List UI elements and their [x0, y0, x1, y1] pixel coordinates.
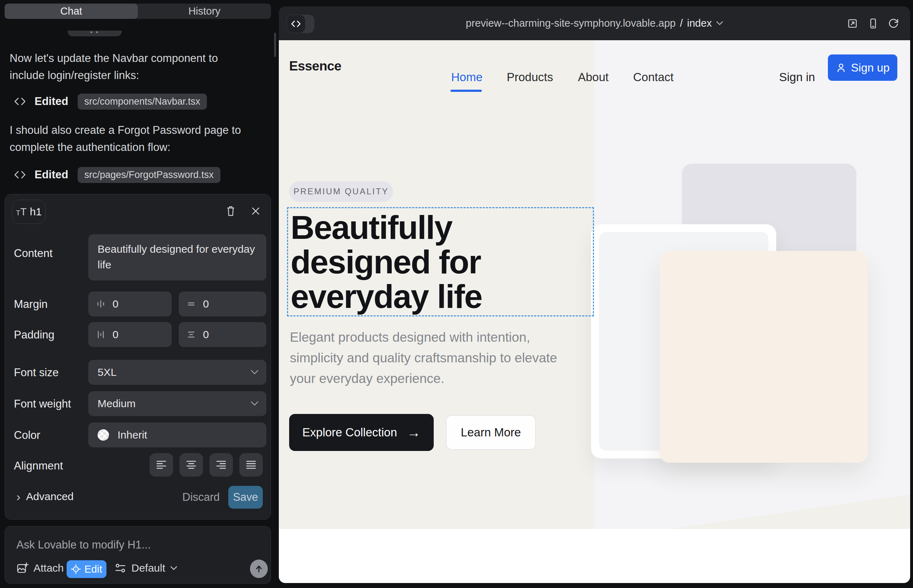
margin-horizontal-icon: [96, 299, 105, 309]
nav-link-products[interactable]: Products: [507, 71, 553, 84]
sign-up-button[interactable]: Sign up: [828, 55, 897, 81]
chevron-right-icon: ›: [16, 491, 20, 502]
margin-y-value: 0: [203, 298, 209, 310]
preview-url-separator: /: [680, 18, 683, 29]
preview-frame: preview--charming-site-symphony.lovable.…: [279, 6, 910, 583]
edited-file-row: Edited src/pages/ForgotPassword.tsx: [10, 166, 220, 183]
element-tag-label: h1: [30, 206, 42, 218]
preview-url-host: preview--charming-site-symphony.lovable.…: [466, 18, 675, 29]
discard-button[interactable]: Discard: [182, 491, 220, 504]
chevron-down-icon: [251, 401, 259, 406]
margin-label: Margin: [14, 298, 48, 311]
padding-vertical-icon: [186, 330, 196, 339]
padding-x-input[interactable]: 0: [88, 322, 172, 347]
padding-x-value: 0: [113, 328, 118, 341]
active-nav-underline: [450, 90, 482, 92]
content-textarea[interactable]: Beautifully designed for everyday life: [88, 234, 266, 281]
send-button[interactable]: [250, 559, 268, 578]
code-icon: [14, 97, 26, 106]
close-panel-button[interactable]: [248, 203, 264, 219]
sidebar-scrollbar-thumb[interactable]: [274, 33, 276, 57]
padding-horizontal-icon: [96, 330, 105, 339]
sidebar: Chat History Now let's update the Navbar…: [0, 0, 277, 588]
chat-history-tabbar: Chat History: [5, 3, 271, 19]
mode-selector[interactable]: Default: [114, 562, 177, 574]
preview-url-page: index: [687, 18, 712, 29]
hero-badge: PREMIUM QUALITY: [289, 181, 393, 202]
hero-description: Elegant products designed with intention…: [290, 327, 575, 389]
align-justify-icon: [246, 460, 256, 470]
user-icon: [836, 62, 847, 73]
site-logo[interactable]: Essence: [289, 59, 342, 74]
color-swatch: [97, 429, 109, 441]
edited-file-chip[interactable]: src/components/Navbar.tsx: [78, 94, 207, 110]
attach-button[interactable]: Attach: [16, 562, 64, 574]
dot: [96, 31, 98, 33]
alignment-label: Alignment: [14, 459, 63, 472]
advanced-toggle[interactable]: › Advanced: [16, 491, 74, 502]
chat-message: Now let's update the Navbar component to…: [10, 50, 252, 84]
learn-more-button[interactable]: Learn More: [446, 415, 536, 450]
save-button[interactable]: Save: [228, 486, 263, 509]
align-center-button[interactable]: [180, 453, 203, 477]
font-weight-label: Font weight: [14, 397, 71, 410]
edited-file-chip[interactable]: src/pages/ForgotPassword.tsx: [78, 167, 220, 183]
font-size-select[interactable]: 5XL: [88, 360, 266, 385]
margin-y-input[interactable]: 0: [179, 291, 266, 317]
element-editor-panel: TT h1 Content Beautifully designed for e…: [5, 194, 271, 520]
open-external-button[interactable]: [847, 18, 858, 29]
mode-label: Default: [131, 562, 165, 574]
align-center-icon: [186, 460, 197, 470]
preview-url-bar[interactable]: preview--charming-site-symphony.lovable.…: [279, 6, 910, 40]
lovable-workspace: Chat History Now let's update the Navbar…: [0, 0, 913, 588]
margin-x-input[interactable]: 0: [88, 291, 172, 317]
margin-x-value: 0: [113, 298, 118, 310]
code-toggle-segment[interactable]: [286, 15, 306, 33]
edited-label: Edited: [34, 168, 68, 181]
chat-message: I should also create a Forgot Password p…: [10, 122, 252, 156]
hero-headline[interactable]: Beautifully designed for everyday life: [291, 210, 497, 314]
arrow-right-icon: →: [407, 425, 421, 440]
align-justify-button[interactable]: [239, 453, 263, 477]
learn-more-label: Learn More: [461, 426, 521, 439]
tab-history[interactable]: History: [138, 3, 271, 19]
composer-input[interactable]: Ask Lovable to modify H1...: [16, 538, 151, 551]
mobile-view-button[interactable]: [867, 18, 879, 29]
align-right-icon: [216, 460, 227, 470]
font-weight-select[interactable]: Medium: [88, 391, 266, 416]
color-value: Inherit: [118, 429, 147, 441]
nav-link-contact[interactable]: Contact: [633, 71, 674, 84]
explore-collection-button[interactable]: Explore Collection →: [289, 414, 434, 451]
decor-card-cream: [659, 251, 868, 463]
sign-up-label: Sign up: [851, 61, 890, 74]
tab-chat-label: Chat: [60, 5, 82, 17]
nav-link-about[interactable]: About: [578, 71, 609, 84]
target-icon: [71, 564, 81, 574]
phone-icon: [868, 18, 879, 29]
edited-file-row: Edited src/components/Navbar.tsx: [10, 93, 207, 110]
text-type-icon: TT: [16, 206, 27, 218]
refresh-button[interactable]: [887, 18, 900, 29]
chevron-down-icon: [716, 21, 723, 26]
code-preview-toggle[interactable]: [286, 15, 314, 33]
color-label: Color: [14, 429, 40, 442]
sliders-icon: [114, 562, 126, 574]
delete-element-button[interactable]: [223, 203, 239, 219]
sign-in-link[interactable]: Sign in: [779, 71, 815, 84]
edit-mode-button[interactable]: Edit: [66, 560, 107, 578]
explore-collection-label: Explore Collection: [302, 426, 397, 439]
tab-chat[interactable]: Chat: [5, 3, 138, 19]
trash-icon: [225, 205, 236, 217]
padding-y-input[interactable]: 0: [179, 322, 266, 347]
chevron-down-icon: [170, 566, 177, 570]
color-select[interactable]: Inherit: [88, 423, 266, 447]
tab-history-label: History: [188, 5, 220, 17]
align-right-button[interactable]: [209, 453, 233, 477]
chevron-down-icon: [251, 370, 259, 375]
font-size-value: 5XL: [97, 366, 117, 378]
refresh-icon: [888, 18, 899, 29]
align-left-button[interactable]: [149, 453, 173, 477]
font-size-label: Font size: [14, 366, 59, 379]
attach-label: Attach: [34, 562, 64, 574]
nav-link-home[interactable]: Home: [451, 71, 482, 84]
